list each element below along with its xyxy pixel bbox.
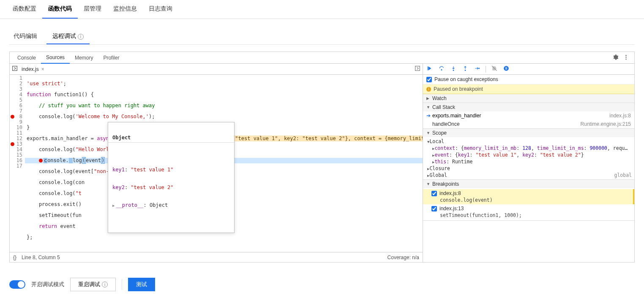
breakpoint-checkbox[interactable]: [431, 206, 437, 211]
info-icon: i: [426, 87, 431, 92]
subtab-code-edit[interactable]: 代码编辑: [8, 29, 43, 44]
footer: 开启调试模式 重启调试 i 测试: [0, 266, 644, 296]
step-out-icon[interactable]: [462, 65, 469, 73]
editor-pane: index.js × 1234567 8 9101112 13 14151617…: [10, 64, 423, 262]
devtab-console[interactable]: Console: [12, 52, 41, 63]
status-bar: {} Line 8, Column 5 Coverage: n/a: [10, 252, 423, 262]
breakpoint-checkbox[interactable]: [431, 191, 437, 196]
info-icon: i: [78, 34, 84, 40]
arrow-icon: ➔: [426, 113, 431, 119]
close-icon[interactable]: ×: [41, 66, 44, 72]
pause-on-caught-label: Pause on caught exceptions: [434, 76, 498, 82]
file-tab-name: index.js: [22, 66, 39, 72]
paused-banner: i Paused on breakpoint: [423, 84, 634, 94]
svg-rect-5: [428, 66, 428, 70]
cursor-position: Line 8, Column 5: [22, 255, 60, 260]
devtools-panel: Console Sources Memory Profiler index.js…: [9, 51, 635, 263]
devtools-tabs: Console Sources Memory Profiler: [10, 52, 634, 64]
callstack-frame[interactable]: ➔ exports.main_handler index.js:8: [423, 111, 634, 120]
section-breakpoints[interactable]: ▼Breakpoints: [423, 180, 634, 188]
tab-func-code[interactable]: 函数代码: [42, 0, 78, 19]
breakpoint-marker[interactable]: [11, 142, 14, 146]
more-icon[interactable]: [623, 54, 629, 62]
tab-logs[interactable]: 日志查询: [143, 0, 178, 19]
restart-debug-button[interactable]: 重启调试 i: [70, 278, 116, 291]
test-button[interactable]: 测试: [128, 278, 155, 291]
info-icon: i: [102, 282, 108, 287]
run-icon[interactable]: [414, 65, 421, 73]
hover-tooltip: Object key1: "test value 1" key2: "test …: [108, 122, 235, 233]
svg-point-1: [625, 57, 627, 58]
svg-point-2: [625, 58, 627, 60]
svg-rect-4: [415, 66, 420, 71]
coverage-label: Coverage: n/a: [387, 255, 419, 260]
file-tab-indexjs[interactable]: index.js ×: [18, 65, 48, 74]
step-over-icon[interactable]: [438, 65, 445, 73]
step-icon[interactable]: [474, 65, 480, 73]
scope-closure[interactable]: ▶Closure: [425, 165, 633, 172]
subtab-remote-debug[interactable]: 远程调试 i: [46, 29, 90, 44]
pause-on-caught: Pause on caught exceptions: [423, 75, 634, 84]
svg-point-0: [625, 54, 627, 56]
devtab-sources[interactable]: Sources: [41, 52, 70, 64]
scope-var[interactable]: ▶event: {key1: "test value 1", key2: "te…: [425, 152, 633, 158]
pause-on-caught-checkbox[interactable]: [426, 77, 432, 82]
svg-rect-3: [13, 66, 17, 71]
code-editor[interactable]: 1234567 8 9101112 13 14151617 'use stric…: [10, 75, 423, 252]
tab-func-config[interactable]: 函数配置: [7, 0, 42, 19]
debug-mode-label: 开启调试模式: [31, 281, 64, 288]
callstack-frame[interactable]: handleOnce Runtime.engine.js:215: [423, 120, 634, 128]
breakpoint-item[interactable]: index.js:13 setTimeout(function1, 1000);: [423, 204, 634, 219]
devtab-memory[interactable]: Memory: [70, 52, 98, 63]
section-watch[interactable]: ▶Watch: [423, 94, 634, 103]
file-nav-icon[interactable]: [11, 65, 18, 73]
svg-point-6: [441, 70, 442, 70]
svg-point-10: [504, 66, 509, 71]
top-tabs: 函数配置 函数代码 层管理 监控信息 日志查询: [0, 0, 644, 19]
paused-banner-text: Paused on breakpoint: [434, 86, 483, 92]
pause-exceptions-icon[interactable]: [503, 65, 510, 73]
devtab-profiler[interactable]: Profiler: [98, 52, 124, 63]
debug-mode-toggle[interactable]: [9, 280, 25, 289]
svg-rect-11: [505, 67, 506, 70]
gutter: 1234567 8 9101112 13 14151617: [10, 75, 25, 252]
resume-icon[interactable]: [426, 65, 433, 73]
breakpoint-marker[interactable]: [11, 115, 14, 119]
svg-point-8: [465, 70, 466, 71]
scope-global[interactable]: ▶Globalglobal: [425, 172, 633, 179]
debug-toolbar: [423, 64, 634, 75]
deactivate-breakpoints-icon[interactable]: [491, 65, 498, 73]
sub-tabs: 代码编辑 远程调试 i: [0, 19, 644, 44]
svg-rect-12: [507, 67, 507, 70]
section-scope[interactable]: ▼Scope: [423, 129, 634, 137]
tab-layers[interactable]: 层管理: [78, 0, 107, 19]
gear-icon[interactable]: [612, 54, 619, 62]
braces-icon[interactable]: {}: [13, 255, 16, 260]
breakpoint-item[interactable]: index.js:8 console.log(event): [423, 189, 634, 204]
tab-monitor[interactable]: 监控信息: [107, 0, 143, 19]
svg-point-9: [479, 68, 480, 69]
scope-var[interactable]: ▶context: {memory_limit_in_mb: 128, time…: [425, 145, 633, 152]
step-into-icon[interactable]: [450, 65, 457, 73]
tooltip-title: Object: [108, 133, 234, 143]
file-tabs: index.js ×: [10, 64, 423, 75]
debug-pane: Pause on caught exceptions i Paused on b…: [423, 64, 634, 262]
subtab-remote-debug-label: 远程调试: [52, 33, 76, 39]
code-lines: 'use strict'; function function1() { // …: [25, 75, 423, 252]
section-callstack[interactable]: ▼Call Stack: [423, 103, 634, 111]
svg-point-7: [453, 70, 454, 71]
scope-var[interactable]: ▶this: Runtime: [425, 158, 633, 165]
